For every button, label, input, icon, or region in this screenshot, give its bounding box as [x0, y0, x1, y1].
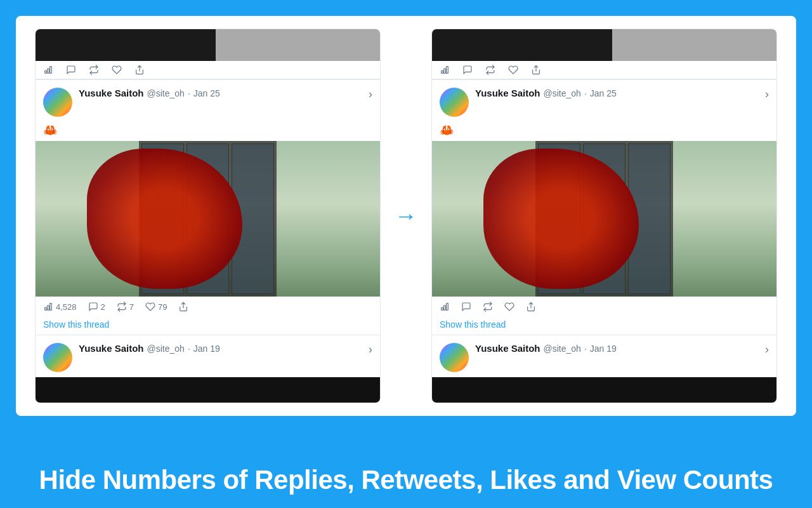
tweet-date-left3: Jan 19: [193, 344, 220, 354]
stat-reply-right[interactable]: [461, 302, 471, 312]
avatar-right: [440, 88, 469, 117]
svg-rect-10: [447, 67, 449, 74]
svg-rect-5: [48, 305, 49, 310]
right-panel: Yusuke Saitoh @site_oh · Jan 25 › 🦀: [431, 29, 777, 403]
author-handle-left3: @site_oh: [147, 344, 185, 354]
arrow-icon: →: [395, 203, 417, 229]
retweet-icon-left: [117, 302, 127, 312]
tweet-main-right: Yusuke Saitoh @site_oh · Jan 25 › 🦀: [432, 80, 776, 335]
bar-chart-icon: [43, 65, 53, 75]
views-count-left: 4,528: [56, 302, 77, 312]
svg-rect-12: [442, 307, 443, 310]
svg-rect-4: [45, 307, 47, 310]
svg-rect-8: [442, 70, 443, 73]
author-name-left: Yusuke Saitoh: [79, 88, 144, 98]
chevron-right[interactable]: ›: [765, 88, 769, 101]
share-icon: [134, 65, 145, 75]
stat-share-right[interactable]: [526, 302, 536, 312]
bar-chart-icon-left: [43, 302, 53, 312]
stat-share-left[interactable]: [178, 302, 188, 312]
action-views-right1[interactable]: [440, 65, 450, 75]
svg-rect-1: [48, 69, 49, 73]
dot-sep-right3: ·: [584, 344, 587, 354]
action-like-left1[interactable]: [112, 65, 122, 75]
retweet-icon-right: [483, 302, 493, 312]
tweet-top-partial-right: [432, 29, 776, 80]
arrow-container: →: [381, 203, 431, 229]
tweet-top-partial-left: [36, 29, 380, 80]
tweet-date-left: Jan 25: [193, 88, 220, 98]
left-panel: Yusuke Saitoh @site_oh · Jan 25 › 🦀: [35, 29, 381, 403]
svg-rect-2: [50, 67, 52, 74]
stat-reply-left[interactable]: 2: [88, 302, 105, 312]
chevron-left3[interactable]: ›: [369, 343, 372, 356]
retweet-icon: [89, 65, 99, 75]
author-handle-left: @site_oh: [147, 88, 185, 98]
tweet-main-left: Yusuke Saitoh @site_oh · Jan 25 › 🦀: [36, 80, 380, 335]
heart-icon-left: [145, 302, 155, 312]
bar-chart-icon-r1: [440, 65, 450, 75]
action-reply-left1[interactable]: [66, 65, 76, 75]
comparison-area: Yusuke Saitoh @site_oh · Jan 25 › 🦀: [16, 16, 796, 416]
action-views-left1[interactable]: [43, 65, 53, 75]
avatar-left: [43, 88, 72, 117]
bar-chart-icon-right: [440, 302, 450, 312]
stat-like-left[interactable]: 79: [145, 302, 167, 312]
comment-icon-left: [88, 302, 98, 312]
action-share-left1[interactable]: [134, 65, 145, 75]
heart-icon-r1: [508, 65, 518, 75]
action-like-right1[interactable]: [508, 65, 518, 75]
stat-views-right[interactable]: [440, 302, 450, 312]
avatar-left3: [43, 343, 72, 372]
author-name-right3: Yusuke Saitoh: [475, 343, 540, 354]
comment-icon: [66, 65, 76, 75]
like-count-left: 79: [158, 302, 167, 312]
svg-rect-6: [50, 304, 52, 311]
main-container: Yusuke Saitoh @site_oh · Jan 25 › 🦀: [16, 16, 796, 416]
retweet-icon-r1: [485, 65, 495, 75]
tweet-emoji-right: 🦀: [432, 122, 776, 141]
stat-like-right[interactable]: [504, 302, 514, 312]
show-thread-left[interactable]: Show this thread: [36, 317, 380, 335]
tweet-partial-left: Yusuke Saitoh @site_oh · Jan 19 ›: [36, 335, 380, 403]
author-handle-right3: @site_oh: [544, 344, 581, 354]
bottom-banner: Hide Numbers of Replies, Retweets, Likes…: [0, 452, 812, 508]
stat-views-left[interactable]: 4,528: [43, 302, 77, 312]
stat-retweet-right[interactable]: [483, 302, 493, 312]
tweet-image-partial-right: [432, 377, 776, 403]
author-name-left3: Yusuke Saitoh: [79, 343, 144, 354]
action-share-right1[interactable]: [531, 65, 541, 75]
svg-rect-14: [447, 304, 449, 311]
author-name-right: Yusuke Saitoh: [475, 88, 540, 98]
svg-rect-13: [444, 305, 446, 310]
share-icon-left: [178, 302, 188, 312]
chevron-left[interactable]: ›: [369, 88, 372, 101]
tweet-date-right3: Jan 19: [590, 344, 617, 354]
svg-rect-0: [45, 70, 47, 73]
dot-sep-left3: ·: [188, 344, 190, 354]
action-retweet-right1[interactable]: [485, 65, 495, 75]
avatar-right3: [440, 343, 469, 372]
dot-sep-right: ·: [584, 88, 587, 98]
tweet-image-right: [432, 141, 776, 297]
reply-count-left: 2: [101, 302, 105, 312]
share-icon-right: [526, 302, 536, 312]
chevron-right3[interactable]: ›: [765, 343, 769, 356]
heart-icon-right: [504, 302, 514, 312]
dot-sep-left: ·: [188, 88, 190, 98]
svg-rect-9: [444, 69, 446, 73]
tweet-partial-right: Yusuke Saitoh @site_oh · Jan 19 ›: [432, 335, 776, 403]
tweet-emoji-left: 🦀: [36, 122, 380, 141]
tweet-image-partial-left: [36, 377, 380, 403]
author-handle-right: @site_oh: [544, 88, 581, 98]
action-retweet-left1[interactable]: [89, 65, 99, 75]
banner-text: Hide Numbers of Replies, Retweets, Likes…: [39, 465, 773, 495]
tweet-image-left: [36, 141, 380, 297]
retweet-count-left: 7: [129, 302, 134, 312]
tweet-date-right: Jan 25: [590, 88, 617, 98]
heart-icon: [112, 65, 122, 75]
stat-retweet-left[interactable]: 7: [117, 302, 134, 312]
comment-icon-right: [461, 302, 471, 312]
show-thread-right[interactable]: Show this thread: [432, 317, 776, 335]
action-reply-right1[interactable]: [462, 65, 473, 75]
